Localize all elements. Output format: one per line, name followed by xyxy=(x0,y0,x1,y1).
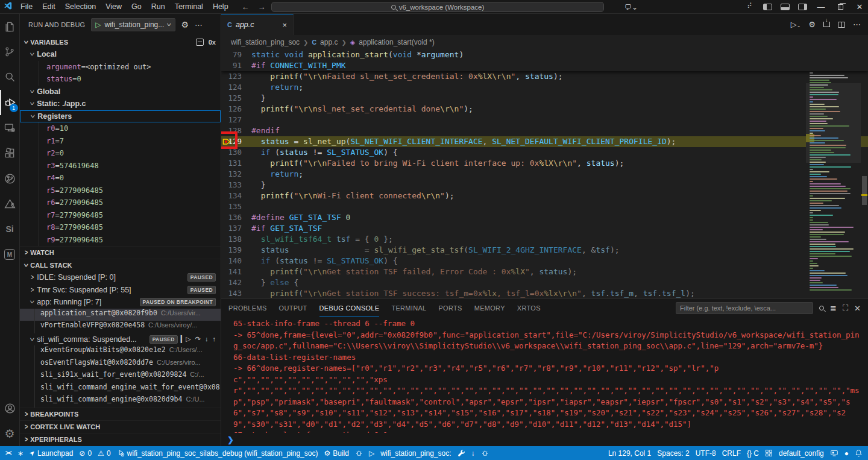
sidebar-more-icon[interactable]: ⋯ xyxy=(195,20,203,30)
code-line-134[interactable]: 134 printf("\r\nWi-Fi client connected\r… xyxy=(221,191,868,201)
variable-row[interactable]: r2 = 0 xyxy=(20,147,221,160)
panel-tab-terminal[interactable]: TERMINAL xyxy=(391,299,426,317)
code-line-126[interactable]: 126 printf("\r\nsl_net_set_credential do… xyxy=(221,104,868,115)
back-icon[interactable]: ← xyxy=(242,2,250,11)
panel-tab-output[interactable]: OUTPUT xyxy=(279,299,307,317)
variables-group-local[interactable]: >Local xyxy=(20,48,221,61)
statusbar-bug[interactable] xyxy=(478,446,492,460)
start-debug-icon[interactable]: ▷ xyxy=(95,20,101,29)
toggle-sidebar-icon[interactable] xyxy=(763,4,772,10)
panel-tab-problems[interactable]: PROBLEMS xyxy=(228,299,267,317)
code-line-141[interactable]: 141 printf("\r\nGet station TSF failed, … xyxy=(221,266,868,277)
close-button[interactable]: ✕ xyxy=(851,2,868,11)
panel-tab-debug-console[interactable]: DEBUG CONSOLE xyxy=(319,299,380,317)
variable-row[interactable]: argument = <optimized out> xyxy=(20,61,221,74)
statusbar-sparkle[interactable]: ∗ xyxy=(14,446,27,460)
copilot-icon[interactable]: 🗩⌄ xyxy=(624,3,638,11)
thread-row[interactable]: >app: Running [P: 7]PAUSED ON BREAKPOINT xyxy=(20,296,221,309)
menu-bar[interactable]: FileEditSelectionViewGoRunTerminalHelp xyxy=(16,2,233,11)
debug-console-output[interactable]: 65-stack-info-frame --thread 6 --frame 0… xyxy=(221,317,868,433)
menu-selection[interactable]: Selection xyxy=(60,2,101,11)
statusbar-remote[interactable]: >< xyxy=(2,446,14,460)
stack-frame[interactable]: osEventFlagsWait@0x0820dd7eC:/Users/viro… xyxy=(20,358,221,371)
code-line-128[interactable]: 128#endif xyxy=(221,125,868,136)
statusbar-ln-129-col-1[interactable]: Ln 129, Col 1 xyxy=(605,446,654,460)
debug-console-input[interactable]: ❯ xyxy=(221,433,868,446)
variable-row[interactable]: r1 = 7 xyxy=(20,135,221,148)
section-cortex-live-watch[interactable]: >CORTEX LIVE WATCH xyxy=(20,420,221,433)
stack-frame[interactable]: xEventGroupWaitBits@0x0820e1e2C:/Users/.… xyxy=(20,345,221,358)
variable-row[interactable]: r7 = 2779096485 xyxy=(20,209,221,222)
explorer-icon[interactable] xyxy=(0,14,20,39)
tab-app-c[interactable]: C app.c × xyxy=(221,14,294,35)
statusbar-screen[interactable] xyxy=(827,446,841,460)
statusbar-grid[interactable] xyxy=(762,446,776,460)
variable-row[interactable]: r9 = 2779096485 xyxy=(20,234,221,247)
thread-row[interactable]: >IDLE: Suspended [P: 0]PAUSED xyxy=(20,271,221,284)
variable-row[interactable]: r0 = 10 xyxy=(20,122,221,135)
statusbar-wrench[interactable] xyxy=(454,446,468,460)
restore-button[interactable] xyxy=(832,2,849,11)
variable-row[interactable]: status = 0 xyxy=(20,73,221,86)
remote-explorer-icon[interactable] xyxy=(0,115,20,140)
variable-row[interactable]: r6 = 2779096485 xyxy=(20,197,221,209)
thread-row[interactable]: >Tmr Svc: Suspended [P: 55]PAUSED xyxy=(20,284,221,297)
silicon-labs-icon[interactable]: Si xyxy=(0,216,20,242)
forward-icon[interactable]: → xyxy=(258,2,266,11)
minimap[interactable] xyxy=(806,49,861,298)
account-icon[interactable] xyxy=(0,395,20,421)
code-line-143[interactable]: 143 printf("\r\nGet station TSF success:… xyxy=(221,288,868,298)
maximize-panel-icon[interactable]: ⛶ xyxy=(843,303,848,313)
debug-config-dropdown[interactable]: ▷ wifi_station_ping... > xyxy=(91,18,175,31)
menu-help[interactable]: Help xyxy=(208,2,233,11)
statusbar-bug[interactable] xyxy=(352,446,366,460)
statusbar-warning[interactable]: ⚠0 xyxy=(95,446,113,460)
code-line-137[interactable]: 137#if GET_STA_TSF xyxy=(221,223,868,234)
source-control-icon[interactable] xyxy=(0,39,20,65)
tools-triangle-icon[interactable] xyxy=(0,191,20,216)
section-xperipherals[interactable]: >XPERIPHERALS xyxy=(20,433,221,446)
statusbar-gear[interactable]: ⚙Build xyxy=(321,446,351,460)
variable-row[interactable]: r3 = 574619648 xyxy=(20,160,221,172)
code-line-133[interactable]: 133 } xyxy=(221,180,868,191)
stack-frame[interactable]: vPortEnableVFP@0x0820e458C:/Users/viroy/… xyxy=(20,321,221,333)
call-stack-section-header[interactable]: > CALL STACK xyxy=(20,259,221,271)
statusbar-utf-8[interactable]: UTF-8 xyxy=(693,446,719,460)
watch-section-header[interactable]: > WATCH xyxy=(20,246,221,259)
variables-section-header[interactable]: > VARIABLES 0x xyxy=(20,36,221,48)
statusbar-wifi-station-ping-soc-[interactable]: wifi_station_ping_soc: xyxy=(377,446,454,460)
statusbar-spaces-2[interactable]: Spaces: 2 xyxy=(654,446,692,460)
search-icon[interactable] xyxy=(0,65,20,90)
code-line-129[interactable]: 129 status = sl_net_up(SL_NET_WIFI_CLIEN… xyxy=(221,136,868,147)
overview-ruler[interactable] xyxy=(861,49,868,298)
code-line-79[interactable]: 79static void application_start(void *ar… xyxy=(221,49,868,60)
statusbar-dot[interactable]: ● xyxy=(841,446,852,460)
breadcrumb-project[interactable]: wifi_station_ping_soc xyxy=(231,38,300,46)
statusbar-play[interactable]: ▷ xyxy=(366,446,377,460)
stack-frame[interactable]: sli_wifi_command_engine_wait_for_event@0… xyxy=(20,383,221,395)
code-line-125[interactable]: 125 } xyxy=(221,93,868,104)
readme-icon[interactable]: M xyxy=(0,242,20,267)
statusbar-debug-alt[interactable]: wifi_station_ping_soc_silabs_debug (wifi… xyxy=(114,446,321,460)
command-center-search[interactable]: v6_workspace (Workspace) xyxy=(271,2,604,12)
code-line-139[interactable]: 139 status = sl_wifi_get_sta_tsf(SL_WIFI… xyxy=(221,245,868,256)
run-circle-icon[interactable] xyxy=(0,166,20,191)
code-line-124[interactable]: 124 return; xyxy=(221,82,868,93)
code-line-142[interactable]: 142 } else { xyxy=(221,277,868,288)
breadcrumb-file[interactable]: app.c xyxy=(320,38,338,46)
code-line-127[interactable]: 127 xyxy=(221,115,868,125)
code-editor[interactable]: ⠿ ↻ ▎▶ ↷ ↓ ↑ ↺ ⌄ 79static void applicati… xyxy=(221,49,868,298)
scrollbar-thumb[interactable] xyxy=(862,176,867,205)
stack-frame[interactable]: application_start@0x0820f9b0C:/Users/vir… xyxy=(20,309,221,321)
variables-group-static-app-c[interactable]: >Static: ./app.c xyxy=(20,98,221,110)
menu-run[interactable]: Run xyxy=(146,2,170,11)
menu-view[interactable]: View xyxy=(101,2,127,11)
install-box-icon[interactable] xyxy=(823,22,830,27)
stack-frame[interactable]: sli_wifi_command_engine@0x0820d9b4C:/U..… xyxy=(20,395,221,408)
search-icon[interactable] xyxy=(819,306,824,310)
customize-layout-icon[interactable] xyxy=(746,4,755,10)
statusbar--c[interactable]: {} C xyxy=(744,446,762,460)
extensions-icon[interactable] xyxy=(0,140,20,166)
breadcrumb-symbol[interactable]: application_start(void *) xyxy=(359,38,434,46)
debug-settings-gear-icon[interactable]: ⚙ xyxy=(181,20,189,30)
